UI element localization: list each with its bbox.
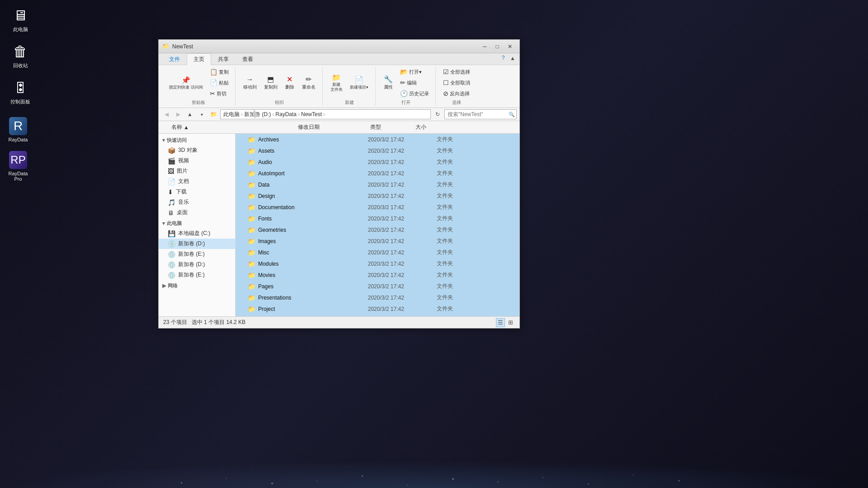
details-view-button[interactable]: ⊞	[506, 318, 515, 327]
sidebar-item-desktop[interactable]: 🖥 桌面	[159, 207, 235, 218]
desktop-icon-raydata[interactable]: R RayData	[2, 115, 34, 144]
file-row[interactable]: 📁 Data 2020/3/2 17:42 文件夹	[236, 179, 519, 190]
help-button[interactable]: ?	[499, 53, 508, 62]
file-date: 2020/3/2 17:42	[364, 192, 433, 200]
search-input[interactable]	[444, 109, 517, 119]
tab-file[interactable]: 文件	[162, 53, 187, 65]
file-row[interactable]: 📁 Geometries 2020/3/2 17:42 文件夹	[236, 224, 519, 235]
sidebar-item-pictures[interactable]: 🖼 图片	[159, 166, 235, 176]
column-header-size[interactable]: 大小	[412, 122, 457, 132]
column-header-date[interactable]: 修改日期	[294, 122, 367, 132]
deselect-all-button[interactable]: ☐ 全部取消	[440, 78, 473, 88]
invert-selection-button[interactable]: ⊘ 反向选择	[440, 89, 473, 99]
up-button[interactable]: ▲	[185, 109, 195, 119]
sidebar-network-header[interactable]: ▶ 网络	[159, 281, 235, 291]
folder-icon: 📁	[248, 170, 255, 177]
file-row[interactable]: 📁 Assets 2020/3/2 17:42 文件夹	[236, 145, 519, 156]
path-part-computer[interactable]: 此电脑	[223, 111, 240, 118]
file-size	[476, 263, 519, 265]
sidebar-group-network: ▶ 网络	[159, 281, 235, 291]
history-button[interactable]: 🕐 历史记录	[397, 89, 432, 99]
file-size	[476, 195, 519, 197]
sidebar-item-ddrive[interactable]: 💿 新加卷 (D:)	[159, 239, 235, 249]
desktop-icon-recycle[interactable]: 🗑 回收站	[5, 41, 36, 71]
move-to-button[interactable]: → 移动到	[240, 74, 260, 92]
new-folder-button[interactable]: 📁 新建文件夹	[327, 71, 346, 94]
file-row[interactable]: 📁 Audio 2020/3/2 17:42 文件夹	[236, 156, 519, 168]
address-bar: ◀ ▶ ▲ ▾ 📁 此电脑 › 新加卷 (D:) › RayData › New…	[159, 108, 519, 121]
file-row[interactable]: 📁 Archives 2020/3/2 17:42 文件夹	[236, 134, 519, 145]
sidebar-thispc-header[interactable]: ▾ 此电脑	[159, 219, 235, 228]
sidebar-item-ddrive2-label: 新加卷 (D:)	[178, 261, 205, 268]
sidebar-item-ddrive2[interactable]: 💿 新加卷 (D:)	[159, 259, 235, 270]
sidebar-item-video[interactable]: 🎬 视频	[159, 155, 235, 166]
file-type: 文件夹	[433, 214, 476, 223]
file-row[interactable]: 📁 Fonts 2020/3/2 17:42 文件夹	[236, 213, 519, 224]
path-part-drive[interactable]: 新加卷 (D:)	[244, 111, 271, 118]
column-header-type[interactable]: 类型	[367, 122, 412, 132]
delete-button[interactable]: ✕ 删除	[282, 73, 298, 92]
desktop: 🖥 此电脑 🗑 回收站 🎛 控制面板 R RayData RP RayData …	[0, 0, 868, 488]
forward-button[interactable]: ▶	[173, 109, 183, 119]
file-row[interactable]: 📁 AutoImport 2020/3/2 17:42 文件夹	[236, 168, 519, 179]
cut-button[interactable]: ✂ 剪切	[207, 89, 231, 99]
file-date: 2020/3/2 17:42	[364, 203, 433, 211]
column-header-name[interactable]: 名称 ▲	[168, 122, 294, 132]
minimize-button[interactable]: ─	[479, 42, 491, 51]
file-row[interactable]: 📁 Presentations 2020/3/2 17:42 文件夹	[236, 292, 519, 303]
sidebar-item-music[interactable]: 🎵 音乐	[159, 197, 235, 207]
desktop-icon-raydatapro[interactable]: RP RayData Pro	[2, 149, 34, 183]
pin-quick-access-button[interactable]: 📌 固定到快速 访问间	[166, 74, 206, 92]
file-list[interactable]: 📁 Archives 2020/3/2 17:42 文件夹 📁 Assets 2…	[236, 134, 519, 316]
list-view-button[interactable]: ☰	[496, 318, 505, 327]
file-row[interactable]: 📁 Images 2020/3/2 17:42 文件夹	[236, 235, 519, 247]
tab-home[interactable]: 主页	[187, 53, 211, 65]
sidebar-item-music-label: 音乐	[178, 198, 189, 206]
path-separator-2: ›	[272, 111, 274, 117]
sidebar-item-3dobjects[interactable]: 📦 3D 对象	[159, 145, 235, 155]
new-item-button[interactable]: 📄 新建项目▾	[347, 74, 372, 92]
copy-to-button[interactable]: ⬒ 复制到	[261, 73, 281, 92]
copy-icon: 📋	[210, 68, 217, 75]
sidebar-item-desktop-label: 桌面	[177, 209, 188, 216]
select-all-button[interactable]: ☑ 全部选择	[440, 67, 473, 77]
file-row[interactable]: 📁 Design 2020/3/2 17:42 文件夹	[236, 190, 519, 202]
path-part-newtest[interactable]: NewTest	[301, 111, 322, 117]
maximize-button[interactable]: □	[491, 42, 503, 51]
sidebar-quickaccess-header[interactable]: ▾ 快速访问	[159, 136, 235, 145]
properties-button[interactable]: 🔧 属性	[380, 73, 396, 92]
file-row[interactable]: 📁 Project 2020/3/2 17:42 文件夹	[236, 303, 519, 314]
file-row[interactable]: 📁 Pages 2020/3/2 17:42 文件夹	[236, 281, 519, 292]
new-group-label: 新建	[327, 99, 372, 106]
file-row[interactable]: 📁 Documentation 2020/3/2 17:42 文件夹	[236, 202, 519, 213]
file-type: 文件夹	[433, 146, 476, 155]
new-folder-icon: 📁	[332, 73, 341, 82]
address-path[interactable]: 此电脑 › 新加卷 (D:) › RayData › NewTest ›	[220, 109, 431, 119]
ribbon-collapse-button[interactable]: ▲	[508, 53, 518, 63]
sidebar-thispc-label: 此电脑	[167, 220, 182, 227]
file-row[interactable]: 📁 Misc 2020/3/2 17:42 文件夹	[236, 247, 519, 258]
close-button[interactable]: ✕	[504, 42, 516, 51]
file-row[interactable]: 📁 Movies 2020/3/2 17:42 文件夹	[236, 269, 519, 281]
edit-button[interactable]: ✏ 编辑	[397, 78, 432, 88]
select-group-label: 选择	[440, 99, 473, 106]
desktop-icon-controlpanel[interactable]: 🎛 控制面板	[5, 77, 36, 107]
sidebar-item-downloads[interactable]: ⬇ 下载	[159, 187, 235, 197]
file-row[interactable]: 📁 Modules 2020/3/2 17:42 文件夹	[236, 258, 519, 269]
file-date: 2020/3/2 17:42	[364, 226, 433, 234]
path-part-raydata[interactable]: RayData	[275, 111, 297, 117]
back-button[interactable]: ◀	[161, 109, 171, 119]
recent-locations-button[interactable]: ▾	[197, 109, 207, 119]
copy-button[interactable]: 📋 复制	[207, 67, 231, 77]
refresh-button[interactable]: ↻	[433, 109, 443, 119]
sidebar-item-documents[interactable]: 📄 文档	[159, 176, 235, 187]
desktop-icon-computer[interactable]: 🖥 此电脑	[5, 5, 36, 35]
rename-button[interactable]: ✏ 重命名	[299, 73, 319, 92]
open-button[interactable]: 📂 打开▾	[397, 67, 432, 77]
tab-view[interactable]: 查看	[236, 53, 260, 65]
sidebar-item-edrive[interactable]: 💿 新加卷 (E:)	[159, 249, 235, 259]
sidebar-item-cdrive[interactable]: 💾 本地磁盘 (C:)	[159, 228, 235, 239]
tab-share[interactable]: 共享	[211, 53, 236, 65]
paste-button[interactable]: 📄 粘贴	[207, 78, 231, 88]
sidebar-item-edrive2[interactable]: 💿 新加卷 (E:)	[159, 270, 235, 280]
